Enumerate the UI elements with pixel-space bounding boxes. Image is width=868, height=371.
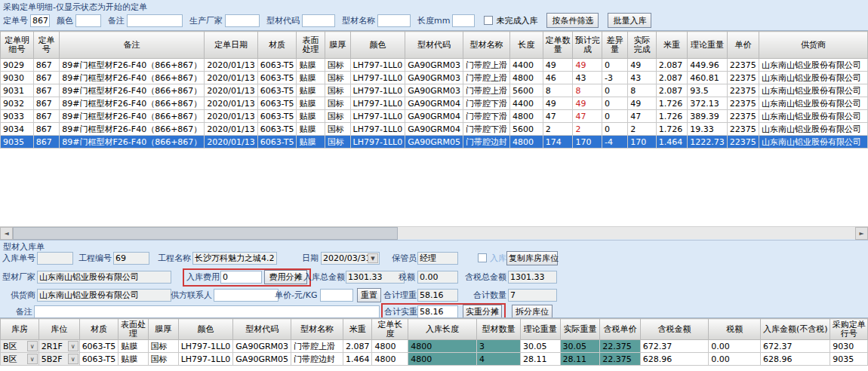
column-header[interactable]: 预计完成 xyxy=(573,32,602,59)
column-header[interactable]: 库房 xyxy=(1,319,39,340)
date-input[interactable]: 2020/03/31 ▼ xyxy=(321,252,380,265)
manufacturer-filter-input[interactable] xyxy=(225,14,260,27)
supplier-input[interactable] xyxy=(37,289,171,302)
length-filter-input[interactable] xyxy=(452,14,475,27)
dropdown-arrow-icon[interactable]: ∨ xyxy=(27,354,38,364)
theory-weight-input[interactable] xyxy=(417,289,458,302)
order-no-filter-input[interactable] xyxy=(30,14,50,27)
horizontal-scrollbar[interactable]: ◄ ► xyxy=(0,226,868,239)
table-row[interactable]: 903186789#门框型材F26-F40（866+867）2020/01/13… xyxy=(1,84,868,97)
cell: LH797-1LL0 xyxy=(350,123,405,136)
factory-input[interactable] xyxy=(37,271,171,284)
column-header[interactable]: 理论重量 xyxy=(688,32,728,59)
column-header[interactable]: 表面处理 xyxy=(119,319,148,340)
cell[interactable]: B区∨ xyxy=(1,340,39,353)
total-with-tax-input[interactable] xyxy=(508,271,557,284)
color-filter-input[interactable] xyxy=(75,14,101,27)
dropdown-arrow-icon[interactable]: ∨ xyxy=(68,341,78,351)
cell: 山东南山铝业股份有限公司 xyxy=(759,110,868,123)
actual-weight-input[interactable] xyxy=(417,305,458,318)
tax-input[interactable] xyxy=(417,271,458,284)
column-header[interactable]: 采购定单行号 xyxy=(830,319,868,340)
table-row[interactable]: 902986789#门框型材F26-F40（866+867）2020/01/13… xyxy=(1,59,868,72)
cell: -3 xyxy=(602,72,627,84)
profile-code-filter-input[interactable] xyxy=(302,14,335,27)
filter-by-condition-button[interactable]: 按条件筛选 xyxy=(546,13,599,28)
table-row[interactable]: 903286789#门框型材F26-F40（866+867）2020/01/13… xyxy=(1,97,868,110)
column-header[interactable]: 定单长度 xyxy=(372,319,408,340)
unfinished-inbound-checkbox[interactable] xyxy=(484,16,493,25)
column-header[interactable]: 材质 xyxy=(257,32,297,59)
column-header[interactable]: 型材名称 xyxy=(291,319,343,340)
total-qty-input[interactable] xyxy=(508,289,557,302)
cell[interactable]: B区∨ xyxy=(1,353,39,366)
reset-button[interactable]: 重置 xyxy=(357,288,381,302)
inbound-confirm-checkbox[interactable] xyxy=(478,253,487,262)
fee-input[interactable] xyxy=(220,271,262,284)
theory-weight-label: 合计理重 xyxy=(383,289,417,302)
table-row[interactable]: 903086789#门框型材F26-F40（866+867）2020/01/13… xyxy=(1,72,868,84)
column-header[interactable]: 理论重量 xyxy=(520,319,560,340)
column-header[interactable]: 实际重量 xyxy=(560,319,600,340)
table-row[interactable]: B区∨5B2F∨6063-T5贴膜国标LH797-1LL0GA90GRM05门带… xyxy=(1,353,868,366)
date-dropdown-icon[interactable]: ▼ xyxy=(368,253,378,263)
profile-name-filter-input[interactable] xyxy=(377,14,411,27)
column-header[interactable]: 定单号 xyxy=(33,32,60,59)
column-header[interactable]: 入库长度 xyxy=(408,319,477,340)
dropdown-arrow-icon[interactable]: ∨ xyxy=(27,341,38,351)
contact-input[interactable] xyxy=(214,289,279,302)
table-row[interactable]: 903386789#门框型材F26-F40（866+867）2020/01/13… xyxy=(1,110,868,123)
column-header[interactable]: 型材代码 xyxy=(233,319,291,340)
column-header[interactable]: 单价 xyxy=(727,32,759,59)
column-header[interactable]: 供货商 xyxy=(759,32,868,59)
project-name-input[interactable] xyxy=(192,252,277,265)
scroll-right-icon[interactable]: ► xyxy=(855,227,868,240)
column-header[interactable]: 材质 xyxy=(79,319,119,340)
column-header[interactable]: 备注 xyxy=(60,32,205,59)
scroll-left-icon[interactable]: ◄ xyxy=(0,227,13,240)
column-header[interactable]: 库位 xyxy=(38,319,79,340)
column-header[interactable]: 颜色 xyxy=(350,32,405,59)
inbound-section: 型材入库单 入库单号 工程编号 工程名称 日期 2020/03/31 ▼ 保管员… xyxy=(0,240,868,371)
column-header[interactable]: 型材代码 xyxy=(405,32,463,59)
scrollbar-thumb[interactable] xyxy=(13,227,398,240)
table-row[interactable]: 903486789#门框型材F26-F40（866+867）2020/01/13… xyxy=(1,123,868,136)
dropdown-arrow-icon[interactable]: ∨ xyxy=(68,354,78,364)
inbound-no-input[interactable] xyxy=(37,252,73,265)
column-header[interactable]: 定单明细号 xyxy=(1,32,34,59)
keeper-input[interactable] xyxy=(417,252,458,265)
cell: 170 xyxy=(573,136,602,149)
column-header[interactable]: 含税单价 xyxy=(600,319,641,340)
column-header[interactable]: 税额 xyxy=(709,319,761,340)
table-row[interactable]: B区∨2R1F∨6063-T5贴膜国标LH797-1LL0GA90GRM03门带… xyxy=(1,340,868,353)
cell[interactable]: 2R1F∨ xyxy=(38,340,79,353)
column-header[interactable]: 膜厚 xyxy=(148,319,178,340)
column-header[interactable]: 米重 xyxy=(343,319,372,340)
column-header[interactable]: 长度 xyxy=(509,32,543,59)
column-header[interactable]: 定单日期 xyxy=(205,32,257,59)
column-header[interactable]: 入库金额(不含税) xyxy=(761,319,830,340)
cell: 4800 xyxy=(408,340,477,353)
column-header[interactable]: 含税金额 xyxy=(640,319,708,340)
column-header[interactable]: 表面处理 xyxy=(297,32,325,59)
project-no-input[interactable] xyxy=(113,252,149,265)
note-filter-input[interactable] xyxy=(127,14,183,27)
column-header[interactable]: 差异量 xyxy=(602,32,627,59)
column-header[interactable]: 膜厚 xyxy=(325,32,350,59)
table-row[interactable]: 903586789#门框型材F26-F40（866+867）2020/01/13… xyxy=(1,136,868,149)
copy-location-button[interactable]: 复制库房库位 xyxy=(506,251,558,265)
cell: 2020/01/13 xyxy=(205,59,257,72)
note-input[interactable] xyxy=(34,305,380,318)
column-header[interactable]: 定单数量 xyxy=(543,32,573,59)
column-header[interactable]: 实际完成 xyxy=(628,32,657,59)
column-header[interactable]: 颜色 xyxy=(178,319,233,340)
total-amount-input[interactable] xyxy=(346,271,405,284)
cell[interactable]: 5B2F∨ xyxy=(38,353,79,366)
unit-price-input[interactable] xyxy=(320,289,353,302)
column-header[interactable]: 型材数量 xyxy=(476,319,520,340)
cell: 国标 xyxy=(325,59,350,72)
batch-inbound-button[interactable]: 批量入库 xyxy=(608,13,651,28)
column-header[interactable]: 米重 xyxy=(656,32,687,59)
fee-allocate-button[interactable]: 费用分摊 xyxy=(264,270,307,284)
column-header[interactable]: 型材名称 xyxy=(463,32,509,59)
